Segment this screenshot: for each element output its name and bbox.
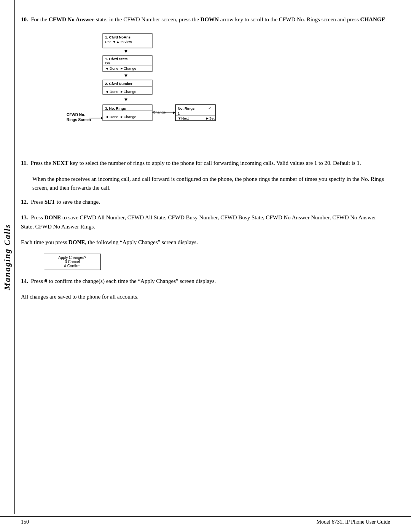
para-when: When the phone receives an incoming call… bbox=[32, 175, 390, 193]
arrow3: ▼ bbox=[124, 97, 129, 102]
step-11: 11. Press the NEXT key to select the num… bbox=[21, 159, 390, 168]
step-10-text: 10. For the CFWD No Answer state, in the… bbox=[21, 15, 390, 24]
step-11-text: 11. Press the NEXT key to select the num… bbox=[21, 159, 390, 168]
footer-title: Model 6731i IP Phone User Guide bbox=[316, 519, 390, 525]
box2-line1: 1. Cfwd State bbox=[105, 57, 128, 61]
box4-btn-left: ◄ Done bbox=[105, 115, 118, 119]
step-10: 10. For the CFWD No Answer state, in the… bbox=[21, 15, 390, 24]
footer-page: 150 bbox=[21, 519, 29, 525]
step-12-number: 12. bbox=[21, 199, 28, 205]
step-14: 14. Press # to confirm the change(s) eac… bbox=[21, 277, 390, 286]
step11-bold: NEXT bbox=[53, 160, 68, 166]
box2-line2: On bbox=[105, 61, 110, 65]
step12-bold: SET bbox=[45, 199, 55, 205]
change-arrow-head bbox=[173, 112, 175, 114]
step-12: 12. Press SET to save the change. bbox=[21, 198, 390, 206]
arrow1: ▼ bbox=[124, 48, 129, 54]
box3-btn-right: ►Change bbox=[120, 89, 136, 94]
diagram-container: 1. Cfwd NoAns Use ▼▲ to view ▼ 1. Cfwd S… bbox=[44, 32, 390, 151]
box5-line2: 1 bbox=[178, 111, 180, 115]
apply-box-line3: # Confirm bbox=[46, 264, 98, 268]
step10-bold2: DOWN bbox=[201, 16, 219, 22]
footer: 150 Model 6731i IP Phone User Guide bbox=[0, 516, 411, 525]
box1-line1: 1. Cfwd NoAns bbox=[105, 35, 131, 39]
step-12-text: 12. Press SET to save the change. bbox=[21, 198, 390, 206]
rings-label: Rings Screen bbox=[67, 118, 91, 122]
apply-box-line1: Apply Changes? bbox=[46, 256, 98, 260]
step14-bold: # bbox=[45, 278, 48, 284]
step-13-text: 13. Press DONE to save CFWD All Number, … bbox=[21, 213, 390, 231]
box5-checkmark: ✓ bbox=[208, 106, 211, 110]
box2-btn-right: ►Change bbox=[120, 66, 136, 70]
box1-line2: Use ▼▲ to view bbox=[105, 40, 132, 44]
para-each-bold: DONE bbox=[68, 239, 85, 245]
box3-line1: 2. Cfwd Number bbox=[105, 81, 133, 86]
step-11-number: 11. bbox=[21, 160, 28, 166]
change-label: Change bbox=[153, 110, 166, 114]
apply-box-container: Apply Changes? 0 Cancel # Confirm bbox=[44, 254, 390, 270]
box2-btn-left: ◄ Done bbox=[105, 66, 118, 70]
step-10-number: 10. bbox=[21, 16, 28, 22]
main-content: 10. For the CFWD No Answer state, in the… bbox=[21, 15, 390, 329]
step13-bold: DONE bbox=[45, 214, 61, 220]
step-14-text: 14. Press # to confirm the change(s) eac… bbox=[21, 277, 390, 286]
step-13: 13. Press DONE to save CFWD All Number, … bbox=[21, 213, 390, 231]
box5-btn-left: ▼Next bbox=[178, 116, 189, 120]
para-each: Each time you press DONE, the following … bbox=[21, 238, 390, 247]
box5-line1: No. Rings bbox=[178, 106, 194, 110]
step-14-number: 14. bbox=[21, 278, 28, 284]
side-tab: Managing Calls bbox=[0, 0, 14, 514]
diagram-svg: 1. Cfwd NoAns Use ▼▲ to view ▼ 1. Cfwd S… bbox=[44, 32, 257, 150]
box5-btn-right: ►Set bbox=[206, 116, 215, 120]
apply-box: Apply Changes? 0 Cancel # Confirm bbox=[44, 254, 101, 270]
side-tab-line bbox=[14, 0, 15, 514]
side-tab-label: Managing Calls bbox=[2, 224, 12, 290]
step-13-number: 13. bbox=[21, 214, 28, 220]
box4-btn-right: ►Change bbox=[120, 115, 136, 119]
box4-line1: 3. No. Rings bbox=[105, 106, 126, 110]
apply-box-line2: 0 Cancel bbox=[46, 260, 98, 264]
box3-btn-left: ◄ Done bbox=[105, 89, 118, 94]
para-all: All changes are saved to the phone for a… bbox=[21, 292, 390, 301]
step10-bold3: CHANGE bbox=[360, 16, 386, 22]
cfwd-label: CFWD No. bbox=[67, 113, 85, 117]
step10-bold1: CFWD No Answer bbox=[49, 16, 94, 22]
arrow2: ▼ bbox=[124, 73, 129, 78]
